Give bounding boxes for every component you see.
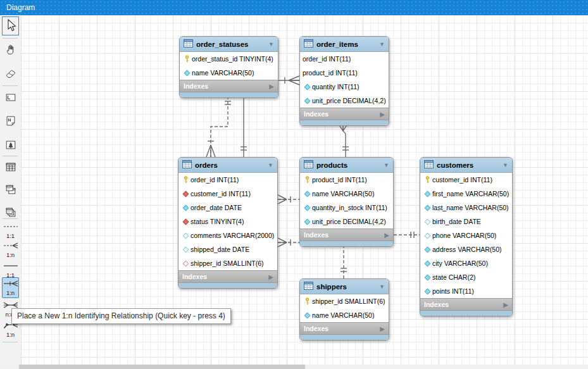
column-row[interactable]: comments VARCHAR(2000) xyxy=(178,228,277,242)
table-header[interactable]: products▼ xyxy=(300,158,393,173)
column-row[interactable]: shipper_id SMALLINT(6) xyxy=(300,294,389,308)
table-bottom-strip xyxy=(178,282,277,288)
expand-arrow-icon[interactable]: ▶ xyxy=(380,325,385,332)
tool-note[interactable] xyxy=(2,112,19,131)
table-products[interactable]: products▼product_id INT(11)name VARCHAR(… xyxy=(299,157,394,247)
column-row[interactable]: first_name VARCHAR(50) xyxy=(420,187,512,201)
table-name: order_statuses xyxy=(196,41,248,48)
collapse-caret-icon[interactable]: ▼ xyxy=(384,162,389,168)
tool-rel-1n-non-identifying[interactable]: 1:n xyxy=(2,242,19,258)
column-row[interactable]: state CHAR(2) xyxy=(420,270,512,284)
collapse-caret-icon[interactable]: ▼ xyxy=(503,162,508,168)
column-row[interactable]: birth_date DATE xyxy=(420,215,512,228)
column-row[interactable]: points INT(11) xyxy=(420,284,512,298)
expand-arrow-icon[interactable]: ▶ xyxy=(268,273,273,280)
relationship-orders-customers[interactable] xyxy=(278,195,299,204)
column-row[interactable]: order_id INT(11) xyxy=(300,52,389,66)
tool-rel-11-non-identifying[interactable]: 1:1 xyxy=(2,223,19,239)
tool-rel-1n-identifying[interactable]: 1:n xyxy=(2,277,19,298)
relationship-order_statuses-order_items[interactable] xyxy=(278,76,299,85)
table-header[interactable]: order_statuses▼ xyxy=(180,37,278,52)
relationship-orders-shippers[interactable] xyxy=(278,238,299,247)
collapse-caret-icon[interactable]: ▼ xyxy=(268,41,274,47)
column-row[interactable]: quantity INT(11) xyxy=(300,80,389,94)
column-row[interactable]: last_name VARCHAR(50) xyxy=(420,201,512,215)
table-header[interactable]: order_items▼ xyxy=(300,37,389,52)
primary-key-icon xyxy=(303,176,312,184)
tool-pan[interactable] xyxy=(2,41,19,59)
table-shippers[interactable]: shippers▼shipper_id SMALLINT(6)name VARC… xyxy=(299,278,389,341)
tooltip: Place a New 1:n Identifying Relationship… xyxy=(11,308,231,324)
column-row[interactable]: unit_price DECIMAL(4,2) xyxy=(300,94,389,108)
tool-table[interactable] xyxy=(2,159,19,177)
indexes-label: Indexes xyxy=(182,273,207,280)
diamond-cyan-icon xyxy=(181,206,191,210)
column-text: name VARCHAR(50) xyxy=(192,69,254,77)
tool-image[interactable] xyxy=(2,136,19,155)
indexes-footer[interactable]: Indexes▶ xyxy=(420,298,512,310)
tool-layer[interactable] xyxy=(2,89,19,108)
column-row[interactable]: order_date DATE xyxy=(178,201,277,215)
column-row[interactable]: address VARCHAR(50) xyxy=(420,242,512,256)
primary-key-icon xyxy=(303,297,312,305)
diagram-tab[interactable]: Diagram xyxy=(0,0,588,15)
expand-arrow-icon[interactable]: ▶ xyxy=(384,232,389,239)
column-text: phone VARCHAR(50) xyxy=(432,232,496,239)
relationship-order_items-products[interactable] xyxy=(339,124,349,157)
column-row[interactable]: customer_id INT(11) xyxy=(178,187,277,201)
table-orders[interactable]: orders▼order_id INT(11)customer_id INT(1… xyxy=(178,157,278,289)
diamond-red-icon xyxy=(181,192,191,196)
relationship-products-customers-segment[interactable] xyxy=(394,232,420,238)
indexes-label: Indexes xyxy=(184,82,208,90)
column-row[interactable]: shipper_id SMALLINT(6) xyxy=(178,256,277,270)
column-row[interactable]: status TINYINT(4) xyxy=(178,215,277,228)
expand-arrow-icon[interactable]: ▶ xyxy=(269,83,274,90)
column-row[interactable]: phone VARCHAR(50) xyxy=(420,228,512,242)
diamond-cyan-icon xyxy=(303,206,312,210)
expand-arrow-icon[interactable]: ▶ xyxy=(380,111,385,118)
column-text: customer_id INT(11) xyxy=(191,190,251,197)
relationship-order_statuses-orders-identifying[interactable] xyxy=(241,96,247,157)
collapse-caret-icon[interactable]: ▼ xyxy=(379,284,385,290)
tool-routine-group[interactable] xyxy=(2,204,19,223)
column-row[interactable]: shipped_date DATE xyxy=(178,242,277,256)
indexes-footer[interactable]: Indexes▶ xyxy=(300,108,389,120)
collapse-caret-icon[interactable]: ▼ xyxy=(379,41,385,47)
relationship-products-shippers-segment[interactable] xyxy=(341,245,347,278)
column-row[interactable]: name VARCHAR(50) xyxy=(180,66,278,80)
tool-select[interactable] xyxy=(2,16,19,35)
expand-arrow-icon[interactable]: ▶ xyxy=(503,301,508,308)
table-order_items[interactable]: order_items▼order_id INT(11)product_id I… xyxy=(299,36,389,126)
tool-view[interactable] xyxy=(2,182,19,199)
diamond-cyan-icon xyxy=(423,206,432,210)
diamond-cyan-outline-icon xyxy=(181,234,191,238)
relationship-order_statuses-orders[interactable] xyxy=(206,96,231,157)
column-row[interactable]: customer_id INT(11) xyxy=(420,173,512,187)
collapse-caret-icon[interactable]: ▼ xyxy=(268,162,273,168)
column-row[interactable]: name VARCHAR(50) xyxy=(300,308,389,322)
column-row[interactable]: order_status_id TINYINT(4) xyxy=(180,52,278,66)
column-row[interactable]: unit_price DECIMAL(4,2) xyxy=(300,215,393,228)
table-header[interactable]: customers▼ xyxy=(420,158,512,173)
column-row[interactable]: quantity_in_stock INT(11) xyxy=(300,201,393,215)
column-row[interactable]: name VARCHAR(50) xyxy=(300,187,393,201)
indexes-footer[interactable]: Indexes▶ xyxy=(178,270,277,282)
layer-icon xyxy=(4,91,17,106)
indexes-footer[interactable]: Indexes▶ xyxy=(300,322,389,334)
column-row[interactable]: city VARCHAR(50) xyxy=(420,256,512,270)
tool-rel-11-identifying[interactable]: 1:1 xyxy=(2,262,19,278)
column-row[interactable]: product_id INT(11) xyxy=(300,173,393,187)
table-customers[interactable]: customers▼customer_id INT(11)first_name … xyxy=(420,157,513,316)
indexes-footer[interactable]: Indexes▶ xyxy=(180,80,278,92)
column-row[interactable]: order_id INT(11) xyxy=(178,173,277,187)
table-order_statuses[interactable]: order_statuses▼order_status_id TINYINT(4… xyxy=(179,36,278,98)
horizontal-scrollbar-thumb[interactable] xyxy=(19,365,305,369)
horizontal-scrollbar[interactable] xyxy=(0,365,588,369)
column-row[interactable]: product_id INT(11) xyxy=(300,66,389,80)
toolbar-separator xyxy=(3,218,18,219)
indexes-footer[interactable]: Indexes▶ xyxy=(300,228,393,241)
table-header[interactable]: orders▼ xyxy=(178,158,277,173)
eraser-icon xyxy=(4,67,17,82)
tool-eraser[interactable] xyxy=(2,65,19,84)
table-header[interactable]: shippers▼ xyxy=(300,279,389,294)
